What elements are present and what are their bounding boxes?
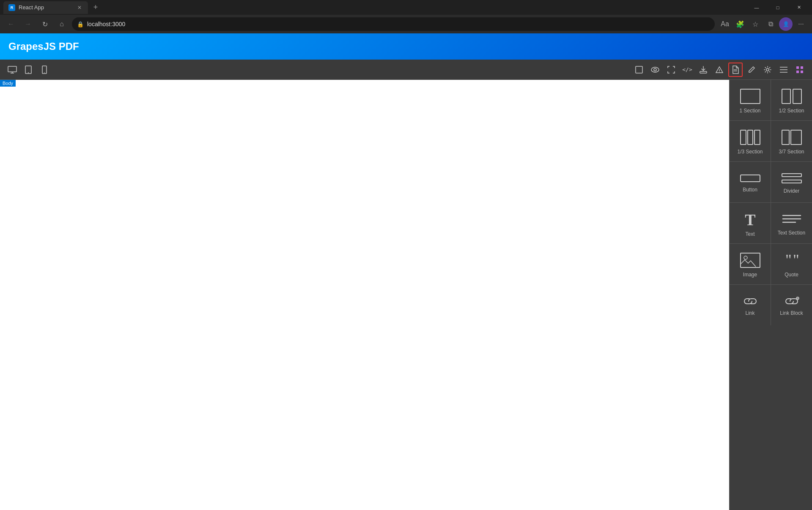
block-37-section[interactable]: 3/7 Section bbox=[771, 121, 812, 161]
block-third-section-label: 1/3 Section bbox=[737, 149, 763, 155]
extensions-button[interactable]: 🧩 bbox=[733, 17, 747, 31]
settings-button[interactable] bbox=[760, 63, 775, 77]
svg-point-8 bbox=[651, 67, 659, 72]
close-button[interactable]: ✕ bbox=[789, 0, 809, 15]
select-mode-button[interactable] bbox=[632, 63, 646, 77]
svg-rect-27 bbox=[748, 130, 753, 145]
half-section-icon bbox=[781, 88, 802, 104]
block-half-section[interactable]: 1/2 Section bbox=[771, 80, 812, 120]
block-1-section[interactable]: 1 Section bbox=[730, 80, 771, 120]
37-section-icon bbox=[781, 129, 802, 145]
menu-button[interactable] bbox=[776, 63, 791, 77]
collections-button[interactable]: ⧉ bbox=[764, 17, 777, 31]
block-image-label: Image bbox=[743, 272, 757, 278]
block-text-section[interactable]: Text Section bbox=[771, 203, 812, 243]
pencil-button[interactable] bbox=[744, 63, 759, 77]
divider-block-icon bbox=[781, 172, 802, 185]
profile-button[interactable]: 👤 bbox=[779, 17, 793, 31]
block-button[interactable]: Button bbox=[730, 162, 771, 202]
svg-point-4 bbox=[28, 72, 29, 73]
svg-point-9 bbox=[654, 68, 656, 71]
favorites-button[interactable]: ☆ bbox=[749, 17, 762, 31]
block-third-section[interactable]: 1/3 Section bbox=[730, 121, 771, 161]
fullscreen-button[interactable] bbox=[664, 63, 678, 77]
canvas-area[interactable]: Body bbox=[0, 80, 729, 510]
new-tab-button[interactable]: + bbox=[90, 2, 102, 14]
more-button[interactable]: ··· bbox=[794, 17, 808, 31]
svg-text:T: T bbox=[745, 211, 755, 228]
blocks-panel-button[interactable] bbox=[793, 63, 807, 77]
tablet-view-button[interactable] bbox=[21, 63, 36, 77]
svg-rect-31 bbox=[741, 175, 760, 182]
refresh-button[interactable]: ↻ bbox=[38, 17, 52, 31]
forward-button[interactable]: → bbox=[21, 17, 35, 31]
block-quote[interactable]: "" Quote bbox=[771, 244, 812, 284]
pdf-button[interactable] bbox=[728, 63, 743, 77]
svg-rect-38 bbox=[741, 253, 760, 267]
button-block-icon bbox=[740, 173, 761, 183]
code-button[interactable]: </> bbox=[680, 63, 694, 77]
canvas-white bbox=[0, 80, 729, 510]
url-text: localhost:3000 bbox=[87, 21, 125, 27]
third-section-icon bbox=[740, 129, 761, 145]
preview-button[interactable] bbox=[648, 63, 662, 77]
block-divider[interactable]: Divider bbox=[771, 162, 812, 202]
block-button-label: Button bbox=[743, 187, 757, 193]
svg-rect-25 bbox=[793, 89, 801, 104]
block-link-block-label: Link Block bbox=[780, 310, 803, 316]
svg-rect-23 bbox=[741, 89, 760, 104]
svg-point-15 bbox=[766, 68, 769, 71]
quote-block-icon: "" bbox=[781, 252, 802, 268]
svg-rect-32 bbox=[782, 174, 801, 177]
svg-rect-30 bbox=[791, 130, 801, 145]
svg-rect-33 bbox=[782, 180, 801, 183]
export-button[interactable] bbox=[696, 63, 710, 77]
blocks-panel: 1 Section 1/2 Section 1/3 Section bbox=[729, 80, 812, 510]
home-button[interactable]: ⌂ bbox=[55, 17, 69, 31]
lock-icon: 🔒 bbox=[77, 21, 84, 27]
svg-text:": " bbox=[793, 252, 799, 268]
window-controls: — □ ✕ bbox=[747, 0, 809, 15]
desktop-view-button[interactable] bbox=[5, 63, 19, 77]
block-text-section-label: Text Section bbox=[778, 230, 805, 236]
toolbar: </> bbox=[0, 60, 812, 80]
svg-rect-28 bbox=[754, 130, 760, 145]
address-bar[interactable]: 🔒 localhost:3000 bbox=[72, 17, 715, 31]
tab-bar: R React App ✕ + bbox=[3, 1, 743, 14]
svg-rect-19 bbox=[796, 66, 799, 69]
block-link[interactable]: Link bbox=[730, 285, 771, 325]
warning-button[interactable] bbox=[712, 63, 727, 77]
mobile-view-button[interactable] bbox=[37, 63, 52, 77]
svg-point-6 bbox=[44, 72, 45, 73]
text-section-block-icon bbox=[781, 212, 802, 226]
app-header: GrapesJS PDF bbox=[0, 33, 812, 60]
block-half-section-label: 1/2 Section bbox=[779, 108, 804, 114]
browser-chrome: R React App ✕ + — □ ✕ bbox=[0, 0, 812, 15]
address-bar-row: ← → ↻ ⌂ 🔒 localhost:3000 Aa 🧩 ☆ ⧉ 👤 ··· bbox=[0, 15, 812, 33]
svg-point-39 bbox=[744, 256, 747, 259]
read-aloud-button[interactable]: Aa bbox=[718, 17, 732, 31]
link-block-icon2 bbox=[782, 296, 801, 307]
tab-title: React App bbox=[19, 4, 44, 11]
block-link-block[interactable]: Link Block bbox=[771, 285, 812, 325]
minimize-button[interactable]: — bbox=[747, 0, 766, 15]
body-label: Body bbox=[0, 80, 16, 87]
block-37-section-label: 3/7 Section bbox=[779, 149, 804, 155]
maximize-button[interactable]: □ bbox=[768, 0, 787, 15]
browser-actions: Aa 🧩 ☆ ⧉ 👤 ··· bbox=[718, 17, 808, 31]
block-image[interactable]: Image bbox=[730, 244, 771, 284]
app-title: GrapesJS PDF bbox=[8, 41, 79, 52]
block-divider-label: Divider bbox=[784, 188, 799, 194]
tab-close-button[interactable]: ✕ bbox=[76, 4, 83, 11]
svg-point-12 bbox=[719, 71, 720, 72]
back-button[interactable]: ← bbox=[4, 17, 18, 31]
browser-tab[interactable]: R React App ✕ bbox=[3, 1, 88, 14]
toolbar-left bbox=[5, 63, 630, 77]
image-block-icon bbox=[740, 252, 761, 268]
text-block-icon: T bbox=[742, 211, 759, 228]
block-link-label: Link bbox=[745, 310, 754, 316]
svg-rect-29 bbox=[782, 130, 789, 145]
block-text[interactable]: T Text bbox=[730, 203, 771, 243]
block-quote-label: Quote bbox=[785, 272, 798, 278]
toolbar-right: </> bbox=[632, 63, 807, 77]
